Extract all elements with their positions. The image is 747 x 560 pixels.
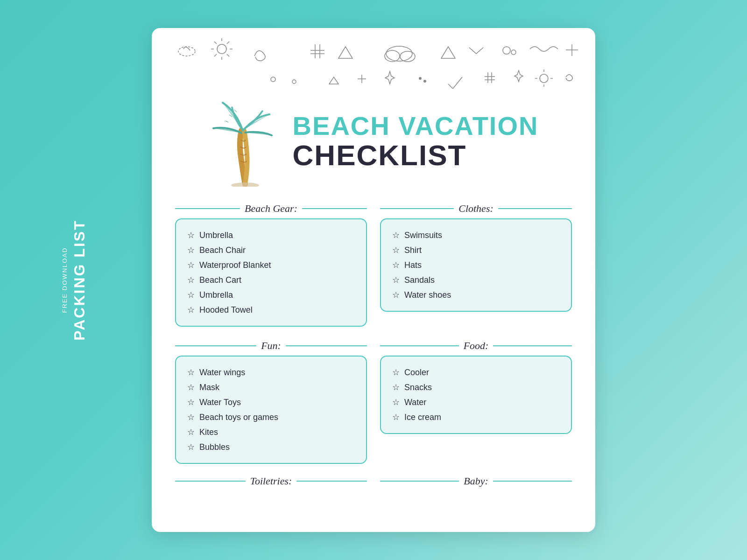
food-box: ☆ Cooler ☆ Snacks ☆ Water ☆ Ice cream [380, 356, 572, 434]
star-icon: ☆ [187, 367, 195, 378]
beach-gear-box: ☆ Umbrella ☆ Beach Chair ☆ Waterproof Bl… [175, 218, 367, 327]
item-text: Swimsuits [404, 231, 442, 240]
clothes-title-row: Clothes: [380, 203, 572, 215]
list-item: ☆ Waterproof Blanket [187, 258, 355, 273]
title-line-left [175, 345, 256, 346]
title-line-right [296, 481, 367, 482]
list-item: ☆ Hats [392, 258, 560, 273]
toiletries-title: Toiletries: [250, 475, 292, 487]
star-icon: ☆ [187, 427, 195, 437]
item-text: Ice cream [404, 413, 441, 422]
list-item: ☆ Umbrella [187, 228, 355, 243]
star-icon: ☆ [187, 397, 195, 407]
item-text: Kites [199, 427, 218, 437]
list-item: ☆ Cooler [392, 365, 560, 380]
title-line-right [302, 208, 367, 209]
list-item: ☆ Water Toys [187, 395, 355, 410]
svg-point-29 [423, 80, 426, 83]
title-line-right [493, 345, 572, 346]
star-icon: ☆ [187, 290, 195, 300]
star-icon: ☆ [187, 305, 195, 315]
star-icon: ☆ [392, 245, 400, 255]
item-text: Waterproof Blanket [199, 260, 271, 270]
star-icon: ☆ [392, 230, 400, 240]
item-text: Cooler [404, 368, 429, 378]
svg-point-28 [419, 77, 422, 80]
main-card: BEACH VACATION CHECKLIST Beach Gear: ☆ U… [152, 28, 595, 532]
fun-box: ☆ Water wings ☆ Mask ☆ Water Toys ☆ Beac… [175, 356, 367, 464]
svg-line-7 [227, 54, 229, 56]
star-icon: ☆ [392, 412, 400, 422]
star-icon: ☆ [187, 230, 195, 240]
star-icon: ☆ [392, 397, 400, 407]
star-icon: ☆ [392, 290, 400, 300]
item-text: Water shoes [404, 290, 451, 300]
title-line-left [175, 481, 246, 482]
title-line-left [380, 481, 459, 482]
beach-gear-title: Beach Gear: [245, 203, 297, 215]
star-icon: ☆ [187, 245, 195, 255]
svg-point-17 [400, 51, 415, 62]
item-text: Umbrella [199, 231, 233, 240]
title-line-left [175, 208, 240, 209]
item-text: Hats [404, 260, 422, 270]
star-icon: ☆ [392, 382, 400, 392]
list-item: ☆ Beach toys or games [187, 410, 355, 425]
title-line-right [493, 481, 572, 482]
svg-point-34 [540, 74, 548, 83]
star-icon: ☆ [187, 382, 195, 392]
food-section: Food: ☆ Cooler ☆ Snacks ☆ Water ☆ [380, 340, 572, 464]
baby-title-row: Baby: [380, 475, 572, 487]
star-icon: ☆ [392, 275, 400, 285]
list-item: ☆ Swimsuits [392, 228, 560, 243]
svg-point-20 [511, 50, 516, 55]
svg-marker-18 [441, 47, 455, 58]
star-icon: ☆ [187, 412, 195, 422]
list-item: ☆ Water shoes [392, 287, 560, 302]
toiletries-title-row: Toiletries: [175, 475, 367, 487]
palm-tree-illustration [209, 93, 283, 189]
clothes-section: Clothes: ☆ Swimsuits ☆ Shirt ☆ Hats ☆ [380, 203, 572, 327]
checklist-grid: Beach Gear: ☆ Umbrella ☆ Beach Chair ☆ W… [152, 203, 595, 464]
list-item: ☆ Kites [187, 425, 355, 440]
star-icon: ☆ [187, 442, 195, 452]
list-item: ☆ Beach Chair [187, 243, 355, 258]
item-text: Umbrella [199, 290, 233, 300]
list-item: ☆ Hooded Towel [187, 302, 355, 317]
food-title: Food: [464, 340, 489, 352]
svg-point-24 [292, 80, 296, 84]
sidebar-label: FREE DOWNLOAD PACKING LIST [61, 219, 88, 340]
svg-point-0 [178, 47, 195, 56]
svg-line-9 [227, 42, 229, 44]
title-block: BEACH VACATION CHECKLIST [293, 112, 539, 171]
item-text: Sandals [404, 275, 435, 285]
fun-section: Fun: ☆ Water wings ☆ Mask ☆ Water Toys ☆ [175, 340, 367, 464]
star-icon: ☆ [392, 367, 400, 378]
beach-gear-title-row: Beach Gear: [175, 203, 367, 215]
svg-line-6 [214, 42, 217, 44]
title-checklist: CHECKLIST [293, 140, 539, 170]
fun-title: Fun: [261, 340, 281, 352]
list-item: ☆ Bubbles [187, 440, 355, 455]
title-beach: BEACH VACATION [293, 112, 539, 140]
clothes-box: ☆ Swimsuits ☆ Shirt ☆ Hats ☆ Sandals ☆ [380, 218, 572, 312]
item-text: Beach toys or games [199, 413, 278, 422]
svg-marker-25 [329, 77, 338, 84]
list-item: ☆ Ice cream [392, 410, 560, 425]
list-item: ☆ Water [392, 395, 560, 410]
star-icon: ☆ [187, 260, 195, 270]
svg-point-39 [231, 182, 259, 187]
item-text: Shirt [404, 245, 422, 255]
item-text: Beach Cart [199, 275, 241, 285]
title-line-right [498, 208, 572, 209]
item-text: Bubbles [199, 442, 230, 452]
page-header: BEACH VACATION CHECKLIST [152, 89, 595, 203]
list-item: ☆ Sandals [392, 273, 560, 287]
item-text: Water Toys [199, 398, 241, 407]
free-download-text: FREE DOWNLOAD [61, 247, 68, 313]
title-line-left [380, 345, 459, 346]
clothes-title: Clothes: [458, 203, 493, 215]
star-icon: ☆ [187, 275, 195, 285]
title-line-left [380, 208, 454, 209]
food-title-row: Food: [380, 340, 572, 352]
